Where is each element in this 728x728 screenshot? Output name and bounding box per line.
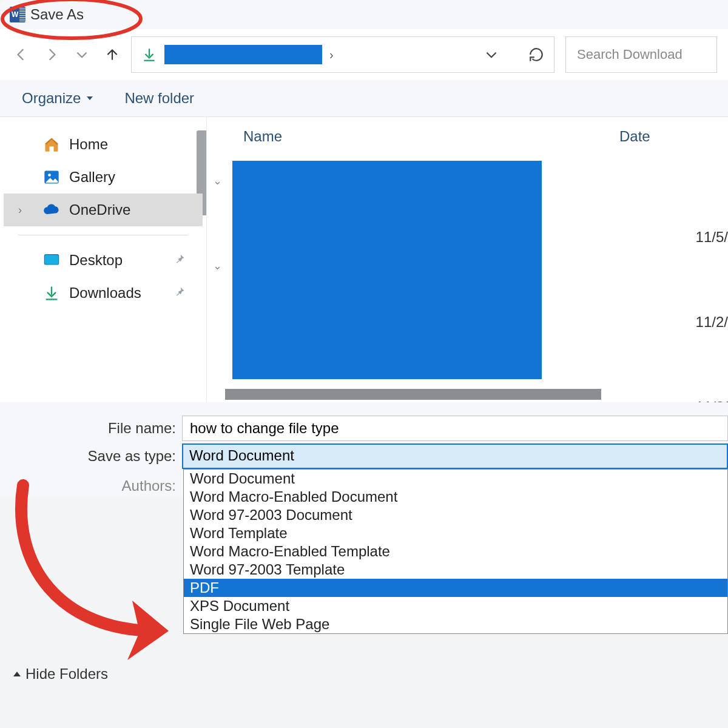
word-icon: [10, 7, 25, 22]
address-path-redacted: [164, 45, 322, 64]
file-dates: 11/5/ 11/2/ 11/2/: [696, 229, 728, 416]
search-placeholder: Search Download: [577, 47, 682, 62]
desktop-icon: [42, 251, 61, 269]
sidebar-item-label: Downloads: [69, 285, 141, 302]
filename-input[interactable]: [182, 416, 728, 441]
onedrive-icon: [42, 201, 61, 219]
dropdown-option[interactable]: Word Macro-Enabled Template: [184, 542, 727, 561]
sidebar-item-downloads[interactable]: Downloads: [4, 277, 203, 309]
dropdown-option[interactable]: XPS Document: [184, 597, 727, 615]
organize-label: Organize: [22, 90, 81, 107]
new-folder-button[interactable]: New folder: [124, 90, 194, 107]
downloads-folder-icon: [141, 47, 157, 62]
svg-point-1: [48, 174, 51, 177]
expand-chevron-icon[interactable]: ›: [18, 204, 22, 217]
dropdown-option-pdf[interactable]: PDF: [184, 579, 727, 597]
recent-chevron-icon[interactable]: [74, 47, 90, 62]
refresh-icon[interactable]: [528, 47, 544, 62]
dropdown-option[interactable]: Word Document: [184, 470, 727, 488]
dropdown-option[interactable]: Word 97-2003 Template: [184, 561, 727, 579]
sidebar: Home Gallery › OneDrive Desk: [0, 117, 206, 402]
column-date[interactable]: Date: [619, 128, 650, 145]
dropdown-option[interactable]: Word Macro-Enabled Document: [184, 488, 727, 506]
file-date: 11/5/: [696, 229, 728, 246]
sidebar-item-onedrive[interactable]: › OneDrive: [4, 194, 203, 226]
sidebar-item-label: OneDrive: [69, 201, 130, 218]
toolbar: Organize New folder: [0, 80, 728, 117]
downloads-icon: [42, 284, 61, 302]
group-chevron-icon[interactable]: ⌄: [213, 174, 222, 187]
svg-rect-2: [44, 255, 58, 265]
title-bar: Save As: [0, 0, 728, 29]
back-icon[interactable]: [13, 47, 29, 62]
sidebar-item-label: Home: [69, 136, 108, 153]
pin-icon[interactable]: [174, 252, 186, 269]
dropdown-option[interactable]: Word Template: [184, 524, 727, 542]
save-form: File name: Save as type: Word Document A…: [0, 402, 728, 494]
sidebar-item-desktop[interactable]: Desktop: [4, 244, 203, 277]
sidebar-item-home[interactable]: Home: [4, 128, 203, 161]
file-date: 11/2/: [696, 314, 728, 331]
sidebar-item-gallery[interactable]: Gallery: [4, 161, 203, 194]
sidebar-separator: [18, 235, 188, 235]
up-icon[interactable]: [104, 47, 120, 62]
file-list-header: Name Date: [207, 117, 728, 156]
sidebar-item-label: Gallery: [69, 169, 115, 186]
authors-label: Authors:: [0, 477, 182, 494]
address-bar[interactable]: ›: [131, 36, 554, 73]
organize-menu[interactable]: Organize: [22, 90, 93, 107]
file-names-redacted: [232, 161, 542, 379]
forward-icon[interactable]: [44, 47, 59, 62]
annotation-arrow: [0, 479, 199, 679]
dropdown-option[interactable]: Word 97-2003 Document: [184, 506, 727, 524]
file-list: Name Date ⌄ ⌄ 11/5/ 11/2/ 11/2/: [206, 117, 728, 402]
caret-up-icon: [13, 672, 21, 676]
gallery-icon: [42, 168, 61, 186]
breadcrumb-separator-icon: ›: [329, 48, 334, 62]
horizontal-scrollbar[interactable]: [225, 389, 601, 400]
pin-icon[interactable]: [174, 285, 186, 302]
group-chevron-icon[interactable]: ⌄: [213, 259, 222, 272]
dropdown-option[interactable]: Single File Web Page: [184, 615, 727, 633]
sidebar-item-label: Desktop: [69, 252, 123, 269]
home-icon: [42, 135, 61, 153]
window-title: Save As: [30, 6, 84, 23]
savetype-dropdown: Word Document Word Macro-Enabled Documen…: [183, 469, 728, 634]
caret-down-icon: [87, 96, 93, 100]
filename-label: File name:: [0, 420, 182, 437]
hide-folders-button[interactable]: Hide Folders: [6, 661, 115, 687]
nav-bar: › Search Download: [0, 29, 728, 80]
hide-folders-label: Hide Folders: [25, 666, 108, 682]
address-history-chevron-icon[interactable]: [484, 47, 499, 62]
savetype-select[interactable]: Word Document: [182, 443, 728, 469]
search-input[interactable]: Search Download: [565, 36, 717, 73]
column-name[interactable]: Name: [243, 128, 619, 145]
savetype-label: Save as type:: [0, 448, 182, 465]
